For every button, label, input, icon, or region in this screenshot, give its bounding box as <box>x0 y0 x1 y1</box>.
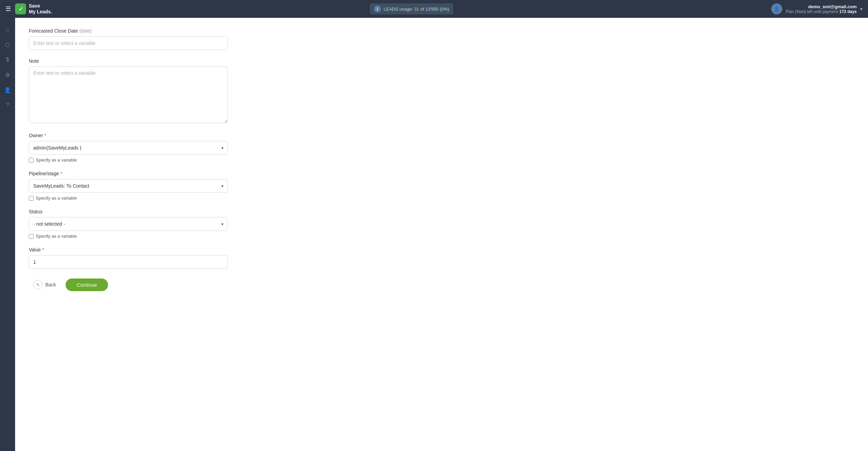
value-input[interactable] <box>29 255 228 269</box>
pipeline-select[interactable]: SaveMyLeads: To Contact <box>29 179 228 193</box>
owner-field: Owner * admin(SaveMyLeads ) ▾ Specify as… <box>29 133 854 163</box>
leads-usage-text: LEADS usage: 31 of 13'850 (0%) <box>384 7 449 12</box>
content-area: Forecasted Close Date (date) Note Owner … <box>15 18 868 451</box>
owner-select-wrapper: admin(SaveMyLeads ) ▾ <box>29 141 228 155</box>
logo-icon: ✓ <box>15 3 26 14</box>
header-left: ☰ ✓ Save My Leads. <box>5 3 52 15</box>
note-field: Note <box>29 58 854 124</box>
status-select[interactable]: - not selected - <box>29 217 228 231</box>
logo-text: Save My Leads. <box>29 3 52 15</box>
owner-select[interactable]: admin(SaveMyLeads ) <box>29 141 228 155</box>
note-textarea[interactable] <box>29 67 228 123</box>
back-button[interactable]: ✎ Back <box>29 277 60 292</box>
note-label: Note <box>29 58 854 64</box>
header: ☰ ✓ Save My Leads. i LEADS usage: 31 of … <box>0 0 868 18</box>
pipeline-select-wrapper: SaveMyLeads: To Contact ▾ <box>29 179 228 193</box>
pipeline-specify-variable-checkbox[interactable] <box>29 196 34 201</box>
info-icon: i <box>374 5 381 12</box>
forecasted-close-date-field: Forecasted Close Date (date) <box>29 28 854 50</box>
sidebar: ⌂ ⬡ $ ⚙ 👤 ? <box>0 18 15 451</box>
form-container: Forecasted Close Date (date) Note Owner … <box>15 18 868 451</box>
status-specify-variable-label[interactable]: Specify as a variable <box>29 234 854 239</box>
user-email: demo_sml@gmail.com <box>786 4 857 9</box>
status-label: Status <box>29 209 854 214</box>
chevron-down-icon[interactable]: ▾ <box>860 6 863 12</box>
pipeline-stage-label: Pipeline/stage * <box>29 171 854 176</box>
sidebar-item-help[interactable]: ? <box>1 99 14 111</box>
owner-label: Owner * <box>29 133 854 138</box>
user-info: demo_sml@gmail.com Plan |Start| left unt… <box>786 4 857 14</box>
status-specify-variable-checkbox[interactable] <box>29 234 34 239</box>
sidebar-item-profile[interactable]: 👤 <box>1 84 14 96</box>
value-required-star: * <box>42 247 44 252</box>
owner-specify-variable-checkbox[interactable] <box>29 158 34 163</box>
status-select-wrapper: - not selected - ▾ <box>29 217 228 231</box>
pipeline-stage-field: Pipeline/stage * SaveMyLeads: To Contact… <box>29 171 854 201</box>
status-field: Status - not selected - ▾ Specify as a v… <box>29 209 854 239</box>
continue-button[interactable]: Continue <box>66 278 108 291</box>
sidebar-item-tools[interactable]: ⚙ <box>1 69 14 81</box>
sidebar-item-integrations[interactable]: ⬡ <box>1 38 14 51</box>
header-right: 👤 demo_sml@gmail.com Plan |Start| left u… <box>771 3 863 14</box>
forecasted-close-date-input[interactable] <box>29 36 228 50</box>
pipeline-required-star: * <box>60 171 62 176</box>
value-field: Value * <box>29 247 854 269</box>
owner-specify-variable-label[interactable]: Specify as a variable <box>29 157 854 163</box>
user-avatar: 👤 <box>771 3 782 14</box>
pipeline-specify-variable-label[interactable]: Specify as a variable <box>29 195 854 201</box>
sidebar-item-billing[interactable]: $ <box>1 54 14 66</box>
logo: ✓ Save My Leads. <box>15 3 52 15</box>
main-layout: ⌂ ⬡ $ ⚙ 👤 ? Forecasted Close Date (date)… <box>0 18 868 451</box>
user-plan: Plan |Start| left until payment 172 days <box>786 9 857 14</box>
sidebar-item-home[interactable]: ⌂ <box>1 23 14 36</box>
value-label: Value * <box>29 247 854 252</box>
hamburger-menu[interactable]: ☰ <box>5 5 11 13</box>
forecasted-close-date-label: Forecasted Close Date (date) <box>29 28 854 34</box>
action-buttons: ✎ Back Continue <box>29 277 854 292</box>
leads-usage-badge: i LEADS usage: 31 of 13'850 (0%) <box>370 3 453 14</box>
owner-required-star: * <box>44 133 46 138</box>
back-icon: ✎ <box>33 280 43 289</box>
header-center: i LEADS usage: 31 of 13'850 (0%) <box>370 3 453 14</box>
date-type-hint: (date) <box>79 28 92 34</box>
